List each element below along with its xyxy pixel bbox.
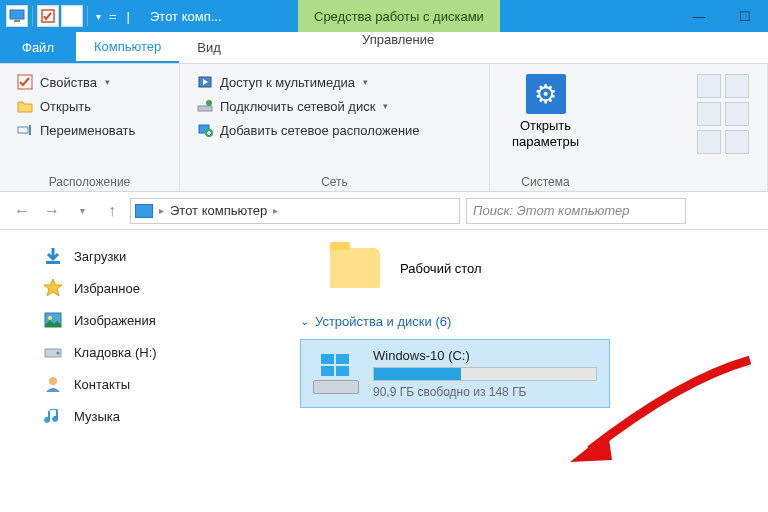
qat-separator: | xyxy=(121,9,136,24)
maximize-button[interactable]: ☐ xyxy=(722,0,768,32)
window-title: Этот комп... xyxy=(150,9,222,24)
window-controls: — ☐ xyxy=(676,0,768,32)
add-location-icon xyxy=(196,121,214,139)
drive-usage-bar xyxy=(373,367,597,381)
minimize-button[interactable]: — xyxy=(676,0,722,32)
svg-point-15 xyxy=(48,316,52,320)
tree-label: Загрузки xyxy=(74,249,126,264)
gear-icon: ⚙ xyxy=(526,74,566,114)
media-access-label: Доступ к мультимедиа xyxy=(220,75,355,90)
checkbox-icon xyxy=(16,73,34,91)
drive-item-c[interactable]: Windows-10 (C:) 90,9 ГБ свободно из 148 … xyxy=(300,339,610,408)
group-label-location: Расположение xyxy=(14,171,165,189)
system-mini-2[interactable] xyxy=(725,74,749,98)
svg-marker-13 xyxy=(44,279,62,296)
search-box[interactable]: Поиск: Этот компьютер xyxy=(466,198,686,224)
dropdown-icon: ▾ xyxy=(105,77,110,87)
qat-dropdown-icon[interactable]: ▾ xyxy=(92,11,105,22)
breadcrumb-root[interactable]: Этот компьютер xyxy=(170,203,267,218)
qat-separator xyxy=(87,6,88,26)
ribbon-group-network: Доступ к мультимедиа ▾ Подключить сетево… xyxy=(180,64,490,191)
folder-icon xyxy=(330,248,380,288)
windows-logo-icon xyxy=(321,354,349,376)
tree-label: Кладовка (H:) xyxy=(74,345,157,360)
star-icon xyxy=(42,277,64,299)
system-mini-buttons xyxy=(693,70,753,189)
section-title: Устройства и диски (6) xyxy=(315,314,451,329)
tab-computer[interactable]: Компьютер xyxy=(76,32,179,63)
drive-usage-fill xyxy=(374,368,461,380)
back-button[interactable]: ← xyxy=(10,199,34,223)
ribbon: Свойства ▾ Открыть Переименовать Располо… xyxy=(0,64,768,192)
tree-item-favorites[interactable]: Избранное xyxy=(6,272,274,304)
system-mini-6[interactable] xyxy=(725,130,749,154)
recent-dropdown[interactable]: ▾ xyxy=(70,199,94,223)
tab-view[interactable]: Вид xyxy=(179,32,239,63)
add-location-button[interactable]: Добавить сетевое расположение xyxy=(194,118,475,142)
properties-label: Свойства xyxy=(40,75,97,90)
up-button[interactable]: ↑ xyxy=(100,199,124,223)
svg-rect-4 xyxy=(18,127,28,133)
map-drive-button[interactable]: Подключить сетевой диск ▾ xyxy=(194,94,475,118)
address-bar[interactable]: ▸ Этот компьютер ▸ xyxy=(130,198,460,224)
tree-label: Музыка xyxy=(74,409,120,424)
tree-label: Контакты xyxy=(74,377,130,392)
properties-button[interactable]: Свойства ▾ xyxy=(14,70,165,94)
open-button[interactable]: Открыть xyxy=(14,94,165,118)
contacts-icon xyxy=(42,373,64,395)
network-drive-icon xyxy=(196,97,214,115)
svg-point-18 xyxy=(49,377,57,385)
tree-item-pictures[interactable]: Изображения xyxy=(6,304,274,336)
tree-item-contacts[interactable]: Контакты xyxy=(6,368,274,400)
media-access-button[interactable]: Доступ к мультимедиа ▾ xyxy=(194,70,475,94)
svg-point-9 xyxy=(206,100,212,106)
music-icon xyxy=(42,405,64,427)
search-placeholder: Поиск: Этот компьютер xyxy=(473,203,630,218)
drive-free-text: 90,9 ГБ свободно из 148 ГБ xyxy=(373,385,597,399)
tree-item-music[interactable]: Музыка xyxy=(6,400,274,432)
section-devices-header[interactable]: ⌄ Устройства и диски (6) xyxy=(300,314,748,329)
open-settings-button[interactable]: ⚙ Открыть параметры xyxy=(504,70,587,153)
tab-file[interactable]: Файл xyxy=(0,32,76,63)
qat-icon-blank[interactable] xyxy=(61,5,83,27)
rename-label: Переименовать xyxy=(40,123,135,138)
chevron-right-icon: ▸ xyxy=(159,205,164,216)
svg-rect-8 xyxy=(198,106,212,111)
address-bar-row: ← → ▾ ↑ ▸ Этот компьютер ▸ Поиск: Этот к… xyxy=(0,192,768,230)
ribbon-group-system: ⚙ Открыть параметры Система xyxy=(490,64,768,191)
folder-label: Рабочий стол xyxy=(400,261,482,276)
qat-overflow-icon[interactable]: = xyxy=(107,9,119,24)
drive-name: Windows-10 (C:) xyxy=(373,348,597,363)
open-settings-label1: Открыть xyxy=(512,118,579,134)
main-pane: Рабочий стол ⌄ Устройства и диски (6) Wi… xyxy=(280,230,768,512)
folder-item-desktop[interactable]: Рабочий стол xyxy=(330,248,748,288)
chevron-right-icon: ▸ xyxy=(273,205,278,216)
tree-item-downloads[interactable]: Загрузки xyxy=(6,240,274,272)
group-label-system: Система xyxy=(521,171,569,189)
svg-rect-1 xyxy=(14,20,20,22)
system-mini-3[interactable] xyxy=(697,102,721,126)
content-area: Загрузки Избранное Изображения Кладовка … xyxy=(0,230,768,512)
qat-icon-properties[interactable] xyxy=(37,5,59,27)
qat-icon-monitor[interactable] xyxy=(6,5,28,27)
svg-rect-12 xyxy=(46,261,60,264)
dropdown-icon: ▾ xyxy=(363,77,368,87)
system-mini-5[interactable] xyxy=(697,130,721,154)
ribbon-group-location: Свойства ▾ Открыть Переименовать Располо… xyxy=(0,64,180,191)
open-settings-label2: параметры xyxy=(512,134,579,150)
system-mini-4[interactable] xyxy=(725,102,749,126)
tab-manage[interactable]: Управление xyxy=(344,32,452,47)
add-location-label: Добавить сетевое расположение xyxy=(220,123,420,138)
dropdown-icon: ▾ xyxy=(383,101,388,111)
forward-button[interactable]: → xyxy=(40,199,64,223)
title-bar: ▾ = | Этот комп... Средства работы с дис… xyxy=(0,0,768,32)
group-label-network: Сеть xyxy=(194,171,475,189)
downloads-icon xyxy=(42,245,64,267)
drive-c-icon xyxy=(313,354,359,394)
rename-button[interactable]: Переименовать xyxy=(14,118,165,142)
pictures-icon xyxy=(42,309,64,331)
tree-item-storage[interactable]: Кладовка (H:) xyxy=(6,336,274,368)
navigation-pane: Загрузки Избранное Изображения Кладовка … xyxy=(0,230,280,512)
svg-rect-0 xyxy=(10,10,24,19)
system-mini-1[interactable] xyxy=(697,74,721,98)
